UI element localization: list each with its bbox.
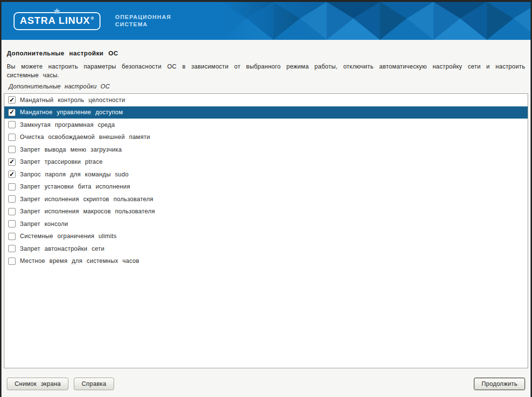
checkbox[interactable]: ✓: [8, 109, 16, 116]
banner-pattern-fade: [220, 2, 312, 40]
option-row[interactable]: Запрет консоли: [4, 218, 528, 230]
screenshot-button[interactable]: Снимок экрана: [7, 378, 68, 390]
description-line-1: Вы можете настроить параметры безопаснос…: [7, 62, 525, 71]
option-label: Местное время для системных часов: [20, 258, 139, 264]
option-row[interactable]: Местное время для системных часов: [4, 255, 528, 268]
page-title: Дополнительные настройки ОС: [7, 50, 525, 57]
option-label: Запрет автонастройки сети: [20, 245, 104, 252]
option-row[interactable]: Замкнутая программная среда: [4, 119, 528, 131]
checkbox[interactable]: ✓: [8, 171, 16, 178]
checkbox[interactable]: [8, 134, 16, 141]
brand-line: СИСТЕМА: [115, 21, 171, 28]
check-icon: ✓: [9, 171, 15, 177]
option-row[interactable]: Запрет автонастройки сети: [4, 242, 528, 255]
option-label: Запрет исполнения макросов пользователя: [20, 208, 155, 215]
option-label: Запрет вывода меню загрузчика: [20, 146, 122, 153]
continue-button[interactable]: Продолжить: [474, 378, 525, 390]
checkbox[interactable]: [8, 195, 16, 203]
checkbox[interactable]: [8, 121, 16, 128]
option-row[interactable]: ✓Запрет трассировки ptrace: [4, 156, 528, 169]
option-label: Очистка освобождаемой внешней памяти: [20, 134, 150, 140]
brand-line: ОПЕРАЦИОННАЯ: [115, 14, 171, 21]
banner: ★ ASTRA LINUX® ОПЕРАЦИОННАЯ СИСТЕМА: [1, 2, 531, 40]
option-label: Мандатный контроль целостности: [20, 97, 125, 104]
check-icon: ✓: [9, 109, 15, 115]
option-row[interactable]: ✓Мандатный контроль целостности: [4, 94, 528, 106]
banner-pattern: [220, 2, 531, 40]
description-line-2: системные часы.: [7, 71, 525, 80]
option-label: Запрет консоли: [20, 221, 68, 227]
checkbox[interactable]: ✓: [8, 96, 16, 104]
option-row[interactable]: ✓Мандатное управление доступом: [4, 106, 528, 119]
option-label: Запрет исполнения скриптов пользователя: [20, 196, 153, 203]
option-label: Запрет установки бита исполнения: [20, 183, 130, 190]
check-icon: ✓: [9, 158, 15, 165]
option-label: Запрос пароля для команды sudo: [20, 171, 129, 178]
help-button[interactable]: Справка: [74, 378, 114, 390]
installer-window: ★ ASTRA LINUX® ОПЕРАЦИОННАЯ СИСТЕМА Допо…: [1, 2, 531, 397]
brand-text: ОПЕРАЦИОННАЯ СИСТЕМА: [115, 14, 171, 28]
checkbox[interactable]: [8, 220, 16, 227]
option-label: Мандатное управление доступом: [20, 109, 123, 116]
footer-bar: Снимок экрана Справка Продолжить: [7, 378, 525, 390]
option-row[interactable]: Запрет исполнения скриптов пользователя: [4, 193, 528, 206]
checkbox[interactable]: [8, 146, 16, 153]
star-icon: ★: [54, 8, 61, 15]
check-icon: ✓: [9, 97, 15, 103]
option-label: Замкнутая программная среда: [20, 121, 115, 128]
checkbox[interactable]: [8, 208, 16, 215]
astra-linux-logo: ★ ASTRA LINUX®: [14, 12, 100, 30]
list-caption: Дополнительные настройки ОС: [7, 83, 525, 90]
options-list: ✓Мандатный контроль целостности✓Мандатно…: [4, 93, 528, 368]
registered-mark-icon: ®: [91, 16, 95, 21]
option-row[interactable]: Системные ограничения ulimits: [4, 230, 528, 243]
checkbox[interactable]: ✓: [8, 158, 16, 166]
option-row[interactable]: Запрет вывода меню загрузчика: [4, 143, 528, 156]
option-label: Системные ограничения ulimits: [20, 233, 116, 240]
page-description: Вы можете настроить параметры безопаснос…: [7, 62, 525, 80]
checkbox[interactable]: [8, 258, 16, 265]
checkbox[interactable]: [8, 245, 16, 252]
checkbox[interactable]: [8, 233, 16, 240]
logo-text: ASTRA LINUX: [20, 15, 90, 26]
option-row[interactable]: Запрет установки бита исполнения: [4, 181, 528, 193]
option-label: Запрет трассировки ptrace: [20, 158, 103, 165]
option-row[interactable]: Запрет исполнения макросов пользователя: [4, 206, 528, 218]
content-area: Дополнительные настройки ОС Вы можете на…: [1, 50, 531, 390]
option-row[interactable]: Очистка освобождаемой внешней памяти: [4, 131, 528, 144]
option-row[interactable]: ✓Запрос пароля для команды sudo: [4, 168, 528, 181]
checkbox[interactable]: [8, 183, 16, 190]
